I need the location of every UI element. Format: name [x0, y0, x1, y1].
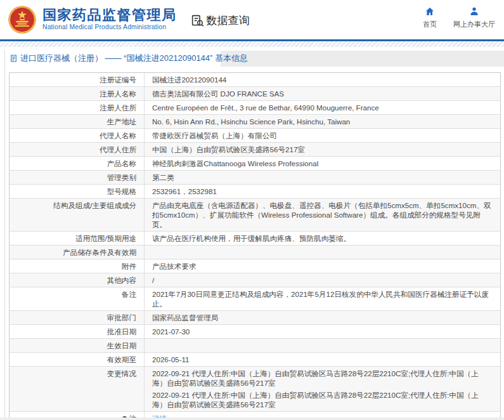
- table-row: 产品储存条件及有效期: [10, 245, 500, 259]
- page-title: 进口医疗器械（注册） —— “国械注进20212090144” 基本信息: [20, 53, 248, 64]
- table-row: 注册证编号国械注进20212090144: [10, 73, 500, 86]
- org-name-block: 国家药品监督管理局 National Medical Products Admi…: [42, 8, 177, 30]
- table-row: 代理人名称带捷欧医疗器械贸易（上海）有限公司: [10, 128, 500, 142]
- row-value: Centre Européen de Frêt., 3 rue de Betha…: [145, 101, 500, 114]
- row-label: 生产地址: [10, 115, 145, 128]
- table-row: 产品名称神经肌肉刺激器Chattanooga Wireless Professi…: [10, 156, 500, 170]
- top-nav: 首页 网上办事大厅: [423, 6, 495, 29]
- table-row: 批准日期2021-07-30: [10, 324, 500, 338]
- row-value: 2022-09-21 代理人住所:中国（上海）自由贸易试验区马吉路28号22层2…: [145, 367, 500, 411]
- row-value: No. 6, Hsin Ann Rd., Hsinchu Science Par…: [145, 115, 500, 128]
- row-value: 2021-07-30: [145, 325, 500, 338]
- table-row: 有效期至2026-05-11: [10, 352, 500, 366]
- table-row: 管理类别第二类: [10, 170, 500, 184]
- table-row: 结构及组成/主要组成成分产品由充电底座（含电源适配器）、电极盘、遥控器、电极片（…: [10, 198, 500, 231]
- row-label: 备注: [10, 287, 145, 310]
- row-label: 适用范围/预期用途: [10, 232, 145, 245]
- row-label: 注册人住所: [10, 101, 145, 114]
- table-row: 适用范围/预期用途该产品在医疗机构使用，用于缓解肌肉疼痛、预防肌肉萎缩。: [10, 231, 500, 245]
- change-record-line: 2022-09-21 代理人住所:中国（上海）自由贸易试验区马吉路28号22层2…: [152, 390, 493, 409]
- site-header: 国家药品监督管理局 National Medical Products Admi…: [0, 0, 504, 39]
- row-value: /: [145, 273, 500, 287]
- table-row: 生产地址No. 6, Hsin Ann Rd., Hsinchu Science…: [10, 114, 500, 128]
- row-label: 有效期至: [10, 353, 145, 366]
- row-label: 产品名称: [10, 157, 145, 170]
- row-label: 生效日期: [10, 339, 145, 352]
- data-query-tab[interactable]: 数据查询: [191, 13, 250, 28]
- row-label: 产品储存条件及有效期: [10, 246, 145, 259]
- table-row: 审批部门国家药品监督管理局: [10, 310, 500, 324]
- nmpa-national-emblem-icon: [8, 5, 37, 34]
- row-value: 带捷欧医疗器械贸易（上海）有限公司: [145, 129, 500, 142]
- row-value: 德吉奥法国有限公司 DJO FRANCE SAS: [145, 87, 500, 100]
- row-value: 神经肌肉刺激器Chattanooga Wireless Professional: [145, 157, 500, 170]
- row-label: 附件: [10, 259, 145, 273]
- nav-hall-label: 网上办事大厅: [453, 20, 495, 29]
- home-icon: [425, 6, 435, 16]
- change-record-line: 2022-09-21 代理人住所:中国（上海）自由贸易试验区马吉路28号22层2…: [152, 369, 493, 388]
- table-row: 代理人住所中国（上海）自由贸易试验区美盛路56号217室: [10, 142, 500, 156]
- nav-home-label: 首页: [423, 20, 437, 29]
- org-name-cn: 国家药品监督管理局: [42, 8, 177, 22]
- row-value: 中国（上海）自由贸易试验区美盛路56号217室: [145, 143, 500, 156]
- row-value: [145, 246, 500, 259]
- nav-online-service-hall[interactable]: 网上办事大厅: [453, 6, 495, 29]
- row-value: 国家药品监督管理局: [145, 311, 500, 324]
- row-label: 审批部门: [10, 311, 145, 324]
- row-label: 变更情况: [10, 367, 145, 411]
- row-value: 2532961，2532981: [145, 185, 500, 198]
- row-value: 2021年7月30日同意更正结构及组成内容，2021年5月12日核发的中华人民共…: [145, 287, 500, 310]
- table-row: 注册人名称德吉奥法国有限公司 DJO FRANCE SAS: [10, 86, 500, 100]
- row-value: 国械注进20212090144: [145, 73, 500, 86]
- content-panel: 进口医疗器械（注册） —— “国械注进20212090144” 基本信息 注册证…: [4, 49, 504, 420]
- row-value: [145, 339, 500, 352]
- org-name-en: National Medical Products Administration: [42, 24, 177, 30]
- row-label: 管理类别: [10, 171, 145, 184]
- info-table: 注册证编号国械注进20212090144注册人名称德吉奥法国有限公司 DJO F…: [9, 72, 501, 420]
- row-value: 产品技术要求: [145, 259, 500, 273]
- table-row: 注册人住所Centre Européen de Frêt., 3 rue de …: [10, 100, 500, 114]
- row-label: 其他内容: [10, 273, 145, 287]
- nav-home[interactable]: 首页: [423, 6, 437, 29]
- hatch-strip: [0, 41, 504, 47]
- row-value: 该产品在医疗机构使用，用于缓解肌肉疼痛、预防肌肉萎缩。: [145, 232, 500, 245]
- document-icon: [10, 54, 18, 63]
- row-label: 型号规格: [10, 185, 145, 198]
- user-icon: [469, 6, 479, 16]
- table-row: 附件产品技术要求: [10, 259, 500, 273]
- row-label: 批准日期: [10, 325, 145, 338]
- table-row: 变更情况2022-09-21 代理人住所:中国（上海）自由贸易试验区马吉路28号…: [10, 366, 500, 411]
- table-row: 其他内容/: [10, 273, 500, 287]
- data-query-label: 数据查询: [207, 13, 250, 28]
- row-label: 注册人名称: [10, 87, 145, 100]
- row-value: 2026-05-11: [145, 353, 500, 366]
- table-row: 型号规格2532961，2532981: [10, 184, 500, 198]
- row-label: 代理人住所: [10, 143, 145, 156]
- bottom-strip: [0, 417, 504, 420]
- row-label: 注册证编号: [10, 73, 145, 86]
- row-value: 第二类: [145, 171, 500, 184]
- title-row: 进口医疗器械（注册） —— “国械注进20212090144” 基本信息: [5, 49, 504, 67]
- row-label: 代理人名称: [10, 129, 145, 142]
- table-row: 生效日期: [10, 338, 500, 352]
- row-label: 结构及组成/主要组成成分: [10, 199, 145, 231]
- table-row: 备注2021年7月30日同意更正结构及组成内容，2021年5月12日核发的中华人…: [10, 287, 500, 310]
- title-tab: 进口医疗器械（注册） —— “国械注进20212090144” 基本信息: [5, 49, 504, 67]
- row-value: 产品由充电底座（含电源适配器）、电极盘、遥控器、电极片（包括单扣5cmx5cm、…: [145, 199, 500, 231]
- data-query-icon: [191, 14, 204, 27]
